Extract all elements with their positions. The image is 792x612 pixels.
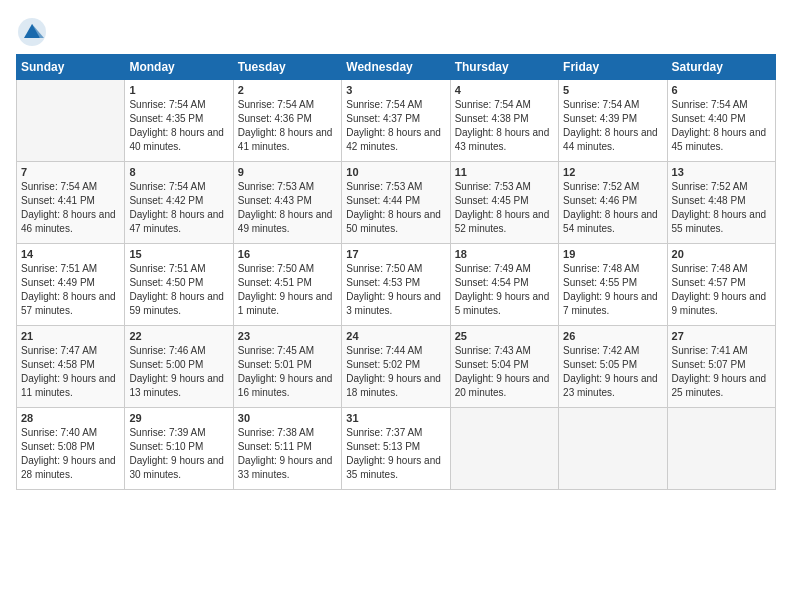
day-number: 10	[346, 166, 445, 178]
table-row	[559, 408, 667, 490]
day-info: Sunrise: 7:45 AMSunset: 5:01 PMDaylight:…	[238, 344, 337, 400]
day-info: Sunrise: 7:38 AMSunset: 5:11 PMDaylight:…	[238, 426, 337, 482]
header-tuesday: Tuesday	[233, 55, 341, 80]
day-number: 22	[129, 330, 228, 342]
table-row: 26Sunrise: 7:42 AMSunset: 5:05 PMDayligh…	[559, 326, 667, 408]
table-row: 24Sunrise: 7:44 AMSunset: 5:02 PMDayligh…	[342, 326, 450, 408]
day-info: Sunrise: 7:52 AMSunset: 4:48 PMDaylight:…	[672, 180, 771, 236]
day-number: 9	[238, 166, 337, 178]
day-number: 12	[563, 166, 662, 178]
day-number: 1	[129, 84, 228, 96]
day-info: Sunrise: 7:54 AMSunset: 4:37 PMDaylight:…	[346, 98, 445, 154]
table-row: 16Sunrise: 7:50 AMSunset: 4:51 PMDayligh…	[233, 244, 341, 326]
day-number: 29	[129, 412, 228, 424]
day-number: 7	[21, 166, 120, 178]
day-number: 5	[563, 84, 662, 96]
table-row: 21Sunrise: 7:47 AMSunset: 4:58 PMDayligh…	[17, 326, 125, 408]
table-row: 3Sunrise: 7:54 AMSunset: 4:37 PMDaylight…	[342, 80, 450, 162]
day-number: 26	[563, 330, 662, 342]
day-info: Sunrise: 7:54 AMSunset: 4:39 PMDaylight:…	[563, 98, 662, 154]
day-info: Sunrise: 7:50 AMSunset: 4:53 PMDaylight:…	[346, 262, 445, 318]
calendar-week-row: 28Sunrise: 7:40 AMSunset: 5:08 PMDayligh…	[17, 408, 776, 490]
day-info: Sunrise: 7:37 AMSunset: 5:13 PMDaylight:…	[346, 426, 445, 482]
table-row	[450, 408, 558, 490]
day-info: Sunrise: 7:50 AMSunset: 4:51 PMDaylight:…	[238, 262, 337, 318]
header-monday: Monday	[125, 55, 233, 80]
table-row: 17Sunrise: 7:50 AMSunset: 4:53 PMDayligh…	[342, 244, 450, 326]
day-number: 30	[238, 412, 337, 424]
day-info: Sunrise: 7:42 AMSunset: 5:05 PMDaylight:…	[563, 344, 662, 400]
calendar-table: Sunday Monday Tuesday Wednesday Thursday…	[16, 54, 776, 490]
day-info: Sunrise: 7:53 AMSunset: 4:43 PMDaylight:…	[238, 180, 337, 236]
day-info: Sunrise: 7:54 AMSunset: 4:36 PMDaylight:…	[238, 98, 337, 154]
table-row: 29Sunrise: 7:39 AMSunset: 5:10 PMDayligh…	[125, 408, 233, 490]
day-info: Sunrise: 7:47 AMSunset: 4:58 PMDaylight:…	[21, 344, 120, 400]
calendar-week-row: 14Sunrise: 7:51 AMSunset: 4:49 PMDayligh…	[17, 244, 776, 326]
table-row: 20Sunrise: 7:48 AMSunset: 4:57 PMDayligh…	[667, 244, 775, 326]
table-row: 4Sunrise: 7:54 AMSunset: 4:38 PMDaylight…	[450, 80, 558, 162]
day-info: Sunrise: 7:54 AMSunset: 4:35 PMDaylight:…	[129, 98, 228, 154]
table-row	[17, 80, 125, 162]
day-number: 25	[455, 330, 554, 342]
table-row: 23Sunrise: 7:45 AMSunset: 5:01 PMDayligh…	[233, 326, 341, 408]
day-info: Sunrise: 7:49 AMSunset: 4:54 PMDaylight:…	[455, 262, 554, 318]
day-number: 16	[238, 248, 337, 260]
day-info: Sunrise: 7:54 AMSunset: 4:38 PMDaylight:…	[455, 98, 554, 154]
day-info: Sunrise: 7:51 AMSunset: 4:49 PMDaylight:…	[21, 262, 120, 318]
table-row: 5Sunrise: 7:54 AMSunset: 4:39 PMDaylight…	[559, 80, 667, 162]
header-wednesday: Wednesday	[342, 55, 450, 80]
logo	[16, 16, 44, 44]
day-info: Sunrise: 7:43 AMSunset: 5:04 PMDaylight:…	[455, 344, 554, 400]
day-number: 20	[672, 248, 771, 260]
day-number: 24	[346, 330, 445, 342]
table-row: 10Sunrise: 7:53 AMSunset: 4:44 PMDayligh…	[342, 162, 450, 244]
day-info: Sunrise: 7:51 AMSunset: 4:50 PMDaylight:…	[129, 262, 228, 318]
table-row: 25Sunrise: 7:43 AMSunset: 5:04 PMDayligh…	[450, 326, 558, 408]
table-row: 15Sunrise: 7:51 AMSunset: 4:50 PMDayligh…	[125, 244, 233, 326]
calendar-week-row: 1Sunrise: 7:54 AMSunset: 4:35 PMDaylight…	[17, 80, 776, 162]
header	[16, 16, 776, 44]
day-info: Sunrise: 7:48 AMSunset: 4:55 PMDaylight:…	[563, 262, 662, 318]
day-info: Sunrise: 7:54 AMSunset: 4:41 PMDaylight:…	[21, 180, 120, 236]
day-number: 19	[563, 248, 662, 260]
day-number: 13	[672, 166, 771, 178]
day-number: 18	[455, 248, 554, 260]
table-row: 31Sunrise: 7:37 AMSunset: 5:13 PMDayligh…	[342, 408, 450, 490]
weekday-header-row: Sunday Monday Tuesday Wednesday Thursday…	[17, 55, 776, 80]
table-row: 22Sunrise: 7:46 AMSunset: 5:00 PMDayligh…	[125, 326, 233, 408]
table-row: 9Sunrise: 7:53 AMSunset: 4:43 PMDaylight…	[233, 162, 341, 244]
day-number: 21	[21, 330, 120, 342]
day-number: 17	[346, 248, 445, 260]
table-row: 14Sunrise: 7:51 AMSunset: 4:49 PMDayligh…	[17, 244, 125, 326]
day-info: Sunrise: 7:39 AMSunset: 5:10 PMDaylight:…	[129, 426, 228, 482]
day-number: 27	[672, 330, 771, 342]
table-row: 28Sunrise: 7:40 AMSunset: 5:08 PMDayligh…	[17, 408, 125, 490]
day-number: 28	[21, 412, 120, 424]
table-row: 1Sunrise: 7:54 AMSunset: 4:35 PMDaylight…	[125, 80, 233, 162]
day-number: 2	[238, 84, 337, 96]
day-number: 6	[672, 84, 771, 96]
table-row: 30Sunrise: 7:38 AMSunset: 5:11 PMDayligh…	[233, 408, 341, 490]
day-number: 3	[346, 84, 445, 96]
header-friday: Friday	[559, 55, 667, 80]
header-saturday: Saturday	[667, 55, 775, 80]
day-info: Sunrise: 7:54 AMSunset: 4:40 PMDaylight:…	[672, 98, 771, 154]
table-row: 2Sunrise: 7:54 AMSunset: 4:36 PMDaylight…	[233, 80, 341, 162]
day-number: 31	[346, 412, 445, 424]
table-row: 27Sunrise: 7:41 AMSunset: 5:07 PMDayligh…	[667, 326, 775, 408]
day-number: 14	[21, 248, 120, 260]
table-row: 11Sunrise: 7:53 AMSunset: 4:45 PMDayligh…	[450, 162, 558, 244]
day-info: Sunrise: 7:52 AMSunset: 4:46 PMDaylight:…	[563, 180, 662, 236]
main-container: Sunday Monday Tuesday Wednesday Thursday…	[0, 0, 792, 612]
table-row: 8Sunrise: 7:54 AMSunset: 4:42 PMDaylight…	[125, 162, 233, 244]
header-thursday: Thursday	[450, 55, 558, 80]
table-row	[667, 408, 775, 490]
header-sunday: Sunday	[17, 55, 125, 80]
day-number: 8	[129, 166, 228, 178]
day-info: Sunrise: 7:44 AMSunset: 5:02 PMDaylight:…	[346, 344, 445, 400]
day-info: Sunrise: 7:53 AMSunset: 4:45 PMDaylight:…	[455, 180, 554, 236]
day-info: Sunrise: 7:41 AMSunset: 5:07 PMDaylight:…	[672, 344, 771, 400]
table-row: 18Sunrise: 7:49 AMSunset: 4:54 PMDayligh…	[450, 244, 558, 326]
day-number: 23	[238, 330, 337, 342]
day-info: Sunrise: 7:48 AMSunset: 4:57 PMDaylight:…	[672, 262, 771, 318]
